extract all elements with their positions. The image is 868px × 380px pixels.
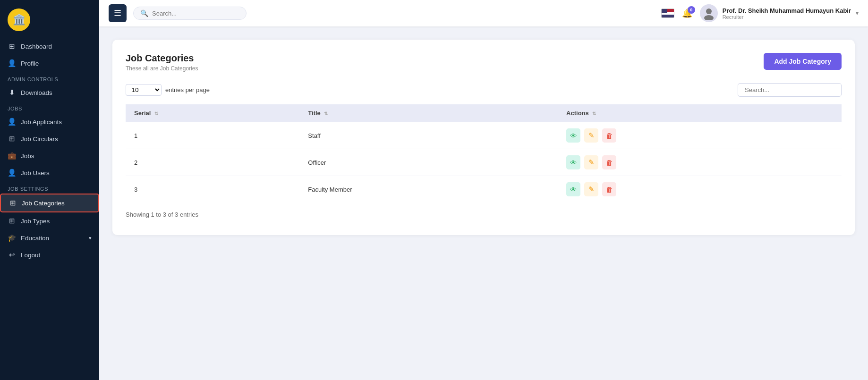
pagination-info: Showing 1 to 3 of 3 entries [126, 211, 842, 218]
sidebar-item-label: Jobs [21, 152, 34, 160]
column-serial: Serial ⇅ [126, 104, 299, 122]
card-header: Job Categories These all are Job Categor… [126, 53, 842, 72]
job-users-icon: 👤 [8, 169, 16, 177]
content-area: Job Categories These all are Job Categor… [99, 26, 868, 380]
delete-button[interactable]: 🗑 [602, 182, 616, 196]
logout-icon: ↩ [8, 251, 16, 259]
table-header-row: Serial ⇅ Title ⇅ Actions ⇅ [126, 104, 842, 122]
search-input[interactable] [152, 10, 232, 17]
main-area: ☰ 🔍 🔔 0 Prof. Dr. Shei [99, 0, 868, 380]
edit-button[interactable]: ✎ [584, 128, 598, 143]
logo-icon: 🏛️ [8, 8, 30, 31]
table-row: 2 Officer 👁 ✎ 🗑 [126, 149, 842, 176]
main-card: Job Categories These all are Job Categor… [112, 40, 855, 235]
sidebar-item-label: Job Circulars [21, 135, 58, 143]
view-button[interactable]: 👁 [566, 155, 580, 169]
downloads-icon: ⬇ [8, 88, 16, 97]
svg-point-0 [706, 8, 712, 14]
sidebar-item-profile[interactable]: 👤 Profile [0, 55, 99, 72]
card-title-group: Job Categories These all are Job Categor… [126, 53, 198, 72]
delete-button[interactable]: 🗑 [602, 155, 616, 169]
action-buttons: 👁 ✎ 🗑 [566, 155, 833, 169]
sidebar-item-label: Job Users [21, 169, 50, 177]
page-subtitle: These all are Job Categories [126, 65, 198, 72]
table-search-input[interactable] [738, 83, 842, 97]
sidebar-item-logout[interactable]: ↩ Logout [0, 246, 99, 263]
cell-actions: 👁 ✎ 🗑 [558, 149, 842, 176]
svg-point-1 [704, 15, 714, 20]
sidebar-item-label: Job Types [21, 218, 50, 225]
avatar [700, 4, 718, 22]
entries-per-page-control: 10 25 50 100 entries per page [126, 84, 210, 96]
education-chevron-icon: ▾ [89, 235, 92, 241]
delete-button[interactable]: 🗑 [602, 128, 616, 143]
table-row: 3 Faculty Member 👁 ✎ 🗑 [126, 176, 842, 203]
action-buttons: 👁 ✎ 🗑 [566, 128, 833, 143]
job-categories-table: Serial ⇅ Title ⇅ Actions ⇅ [126, 104, 842, 203]
sidebar-item-job-categories[interactable]: ⊞ Job Categories [0, 194, 99, 212]
sidebar-item-jobs[interactable]: 💼 Jobs [0, 147, 99, 164]
edit-button[interactable]: ✎ [584, 155, 598, 169]
user-name: Prof. Dr. Sheikh Muhammad Humayun Kabir [723, 7, 851, 14]
sidebar-item-job-circulars[interactable]: ⊞ Job Circulars [0, 130, 99, 147]
topbar-right: 🔔 0 Prof. Dr. Sheikh Muhammad Humayun Ka… [661, 4, 859, 22]
page-title: Job Categories [126, 53, 198, 64]
cell-serial: 1 [126, 122, 299, 149]
section-admin-controls: Admin Controls [0, 72, 99, 84]
serial-sort-icon: ⇅ [154, 111, 158, 116]
sidebar-item-downloads[interactable]: ⬇ Downloads [0, 84, 99, 101]
cell-actions: 👁 ✎ 🗑 [558, 122, 842, 149]
sidebar-item-job-users[interactable]: 👤 Job Users [0, 164, 99, 181]
job-categories-icon: ⊞ [9, 199, 17, 207]
entries-select[interactable]: 10 25 50 100 [126, 84, 162, 96]
search-bar: 🔍 [133, 7, 247, 20]
cell-title: Officer [299, 149, 558, 176]
search-icon: 🔍 [140, 9, 148, 17]
jobs-icon: 💼 [8, 152, 16, 160]
sidebar-logo: 🏛️ [0, 0, 99, 38]
sidebar-item-label: Profile [21, 60, 39, 67]
sidebar-item-job-applicants[interactable]: 👤 Job Applicants [0, 113, 99, 130]
notification-button[interactable]: 🔔 0 [682, 8, 692, 18]
view-button[interactable]: 👁 [566, 182, 580, 196]
sidebar: 🏛️ ⊞ Dashboard 👤 Profile Admin Controls … [0, 0, 99, 380]
view-button[interactable]: 👁 [566, 128, 580, 143]
notification-badge: 0 [688, 6, 695, 14]
cell-title: Staff [299, 122, 558, 149]
profile-icon: 👤 [8, 59, 16, 68]
job-types-icon: ⊞ [8, 217, 16, 225]
flag-icon [661, 8, 674, 18]
cell-serial: 3 [126, 176, 299, 203]
cell-serial: 2 [126, 149, 299, 176]
sidebar-item-label: Dashboard [21, 43, 52, 50]
job-circulars-icon: ⊞ [8, 135, 16, 143]
sidebar-item-label: Job Applicants [21, 118, 62, 126]
sidebar-item-label: Job Categories [22, 200, 65, 207]
user-chevron-icon: ▾ [856, 10, 859, 17]
cell-title: Faculty Member [299, 176, 558, 203]
cell-actions: 👁 ✎ 🗑 [558, 176, 842, 203]
user-role: Recruiter [723, 14, 851, 20]
actions-sort-icon: ⇅ [592, 111, 596, 116]
job-applicants-icon: 👤 [8, 118, 16, 126]
education-icon: 🎓 [8, 234, 16, 242]
section-jobs: Jobs [0, 101, 99, 113]
edit-button[interactable]: ✎ [584, 182, 598, 196]
column-title: Title ⇅ [299, 104, 558, 122]
sidebar-item-label: Downloads [21, 89, 52, 96]
sidebar-item-label: Logout [21, 252, 40, 259]
add-job-category-button[interactable]: Add Job Category [764, 53, 842, 70]
user-info[interactable]: Prof. Dr. Sheikh Muhammad Humayun Kabir … [700, 4, 859, 22]
entries-label: entries per page [165, 86, 210, 93]
topbar: ☰ 🔍 🔔 0 Prof. Dr. Shei [99, 0, 868, 26]
sidebar-item-job-types[interactable]: ⊞ Job Types [0, 212, 99, 229]
sidebar-item-dashboard[interactable]: ⊞ Dashboard [0, 38, 99, 55]
table-row: 1 Staff 👁 ✎ 🗑 [126, 122, 842, 149]
sidebar-item-label: Education [21, 235, 49, 242]
section-job-settings: Job Settings [0, 181, 99, 194]
action-buttons: 👁 ✎ 🗑 [566, 182, 833, 196]
table-controls: 10 25 50 100 entries per page [126, 83, 842, 97]
sidebar-item-education[interactable]: 🎓 Education ▾ [0, 229, 99, 246]
column-actions: Actions ⇅ [558, 104, 842, 122]
menu-toggle-button[interactable]: ☰ [109, 4, 127, 22]
